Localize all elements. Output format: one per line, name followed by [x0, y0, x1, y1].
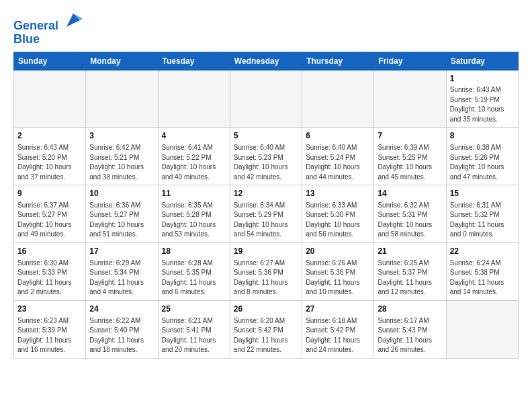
weekday-header-row: SundayMondayTuesdayWednesdayThursdayFrid…: [14, 52, 519, 70]
day-info: Sunrise: 6:27 AM Sunset: 5:36 PM Dayligh…: [234, 259, 298, 298]
day-number: 11: [162, 188, 226, 199]
day-info: Sunrise: 6:23 AM Sunset: 5:39 PM Dayligh…: [17, 316, 82, 355]
day-info: Sunrise: 6:21 AM Sunset: 5:41 PM Dayligh…: [162, 316, 226, 355]
day-number: 24: [89, 304, 154, 315]
calendar-day: [230, 70, 302, 128]
day-number: 3: [89, 130, 154, 142]
day-number: 21: [378, 246, 442, 257]
calendar-day: [158, 70, 230, 128]
day-info: Sunrise: 6:25 AM Sunset: 5:37 PM Dayligh…: [378, 259, 442, 298]
day-number: 22: [450, 246, 515, 257]
day-info: Sunrise: 6:32 AM Sunset: 5:31 PM Dayligh…: [378, 201, 442, 240]
calendar-day: 22Sunrise: 6:24 AM Sunset: 5:38 PM Dayli…: [446, 242, 518, 300]
weekday-header-sunday: Sunday: [14, 52, 86, 70]
day-number: 18: [162, 246, 226, 257]
day-info: Sunrise: 6:35 AM Sunset: 5:28 PM Dayligh…: [162, 201, 226, 240]
day-number: 6: [306, 130, 370, 142]
day-number: 8: [450, 130, 515, 142]
day-info: Sunrise: 6:17 AM Sunset: 5:43 PM Dayligh…: [378, 316, 442, 355]
day-info: Sunrise: 6:31 AM Sunset: 5:32 PM Dayligh…: [450, 201, 515, 240]
day-info: Sunrise: 6:24 AM Sunset: 5:38 PM Dayligh…: [450, 259, 515, 298]
calendar-day: 3Sunrise: 6:42 AM Sunset: 5:21 PM Daylig…: [86, 128, 158, 185]
day-number: 7: [378, 130, 442, 142]
calendar-day: 5Sunrise: 6:40 AM Sunset: 5:23 PM Daylig…: [230, 128, 302, 185]
calendar-day: 18Sunrise: 6:28 AM Sunset: 5:35 PM Dayli…: [158, 242, 230, 300]
day-number: 27: [306, 304, 370, 315]
day-info: Sunrise: 6:40 AM Sunset: 5:24 PM Dayligh…: [306, 143, 370, 182]
calendar-week-1: 1Sunrise: 6:43 AM Sunset: 5:19 PM Daylig…: [14, 70, 519, 128]
calendar-day: 10Sunrise: 6:36 AM Sunset: 5:27 PM Dayli…: [86, 185, 158, 243]
day-number: 4: [162, 130, 226, 142]
weekday-header-thursday: Thursday: [302, 52, 374, 70]
calendar-day: [446, 300, 518, 358]
calendar-day: [14, 70, 86, 128]
day-info: Sunrise: 6:34 AM Sunset: 5:29 PM Dayligh…: [234, 201, 298, 240]
svg-marker-0: [66, 13, 80, 27]
day-info: Sunrise: 6:30 AM Sunset: 5:33 PM Dayligh…: [17, 259, 82, 298]
calendar-day: [86, 70, 158, 128]
calendar-day: 13Sunrise: 6:33 AM Sunset: 5:30 PM Dayli…: [302, 185, 374, 243]
calendar-week-3: 9Sunrise: 6:37 AM Sunset: 5:27 PM Daylig…: [14, 185, 519, 243]
day-number: 25: [162, 304, 226, 315]
day-info: Sunrise: 6:36 AM Sunset: 5:27 PM Dayligh…: [89, 201, 154, 240]
calendar-day: 25Sunrise: 6:21 AM Sunset: 5:41 PM Dayli…: [158, 300, 230, 358]
day-number: 23: [17, 304, 82, 315]
calendar-day: 8Sunrise: 6:38 AM Sunset: 5:26 PM Daylig…: [446, 128, 518, 185]
day-number: 20: [306, 246, 370, 257]
day-info: Sunrise: 6:37 AM Sunset: 5:27 PM Dayligh…: [17, 201, 82, 240]
logo-line2: Blue: [13, 33, 83, 46]
calendar-day: 24Sunrise: 6:22 AM Sunset: 5:40 PM Dayli…: [86, 300, 158, 358]
calendar-day: 2Sunrise: 6:43 AM Sunset: 5:20 PM Daylig…: [14, 128, 86, 185]
calendar-day: 1Sunrise: 6:43 AM Sunset: 5:19 PM Daylig…: [446, 70, 518, 128]
day-info: Sunrise: 6:33 AM Sunset: 5:30 PM Dayligh…: [306, 201, 370, 240]
calendar-table: SundayMondayTuesdayWednesdayThursdayFrid…: [13, 52, 519, 359]
weekday-header-friday: Friday: [374, 52, 446, 70]
calendar-day: 16Sunrise: 6:30 AM Sunset: 5:33 PM Dayli…: [14, 242, 86, 300]
day-info: Sunrise: 6:39 AM Sunset: 5:25 PM Dayligh…: [378, 143, 442, 182]
day-number: 14: [378, 188, 442, 199]
day-number: 28: [378, 304, 442, 315]
day-info: Sunrise: 6:38 AM Sunset: 5:26 PM Dayligh…: [450, 143, 515, 182]
day-info: Sunrise: 6:43 AM Sunset: 5:20 PM Dayligh…: [17, 143, 82, 182]
day-number: 26: [234, 304, 298, 315]
calendar-body: 1Sunrise: 6:43 AM Sunset: 5:19 PM Daylig…: [14, 70, 519, 358]
calendar-day: 9Sunrise: 6:37 AM Sunset: 5:27 PM Daylig…: [14, 185, 86, 243]
calendar-day: [302, 70, 374, 128]
weekday-header-saturday: Saturday: [446, 52, 518, 70]
day-number: 15: [450, 188, 515, 199]
day-info: Sunrise: 6:41 AM Sunset: 5:22 PM Dayligh…: [162, 143, 226, 182]
day-number: 13: [306, 188, 370, 199]
calendar-header: SundayMondayTuesdayWednesdayThursdayFrid…: [14, 52, 519, 70]
calendar-day: 12Sunrise: 6:34 AM Sunset: 5:29 PM Dayli…: [230, 185, 302, 243]
calendar-week-5: 23Sunrise: 6:23 AM Sunset: 5:39 PM Dayli…: [14, 300, 519, 358]
calendar-day: 11Sunrise: 6:35 AM Sunset: 5:28 PM Dayli…: [158, 185, 230, 243]
page-container: General Blue SundayMondayTuesdayWednesda…: [0, 0, 532, 365]
calendar-day: 23Sunrise: 6:23 AM Sunset: 5:39 PM Dayli…: [14, 300, 86, 358]
calendar-day: 28Sunrise: 6:17 AM Sunset: 5:43 PM Dayli…: [374, 300, 446, 358]
logo-line1: General: [13, 11, 83, 33]
calendar-day: 21Sunrise: 6:25 AM Sunset: 5:37 PM Dayli…: [374, 242, 446, 300]
calendar-day: 26Sunrise: 6:20 AM Sunset: 5:42 PM Dayli…: [230, 300, 302, 358]
calendar-week-2: 2Sunrise: 6:43 AM Sunset: 5:20 PM Daylig…: [14, 128, 519, 185]
calendar-day: 4Sunrise: 6:41 AM Sunset: 5:22 PM Daylig…: [158, 128, 230, 185]
day-info: Sunrise: 6:43 AM Sunset: 5:19 PM Dayligh…: [450, 85, 515, 124]
day-number: 16: [17, 246, 82, 257]
logo-text-block: General Blue: [13, 11, 83, 46]
calendar-day: 14Sunrise: 6:32 AM Sunset: 5:31 PM Dayli…: [374, 185, 446, 243]
day-info: Sunrise: 6:22 AM Sunset: 5:40 PM Dayligh…: [89, 316, 154, 355]
calendar-day: 17Sunrise: 6:29 AM Sunset: 5:34 PM Dayli…: [86, 242, 158, 300]
day-info: Sunrise: 6:28 AM Sunset: 5:35 PM Dayligh…: [162, 259, 226, 298]
weekday-header-wednesday: Wednesday: [230, 52, 302, 70]
day-number: 17: [89, 246, 154, 257]
day-number: 10: [89, 188, 154, 199]
day-info: Sunrise: 6:29 AM Sunset: 5:34 PM Dayligh…: [89, 259, 154, 298]
calendar-day: 27Sunrise: 6:18 AM Sunset: 5:42 PM Dayli…: [302, 300, 374, 358]
day-number: 12: [234, 188, 298, 199]
weekday-header-monday: Monday: [86, 52, 158, 70]
day-number: 9: [17, 188, 82, 199]
header: General Blue: [13, 11, 519, 46]
logo-general: General: [13, 19, 58, 32]
logo-icon: [64, 11, 83, 30]
logo: General Blue: [13, 11, 83, 46]
calendar-day: 19Sunrise: 6:27 AM Sunset: 5:36 PM Dayli…: [230, 242, 302, 300]
